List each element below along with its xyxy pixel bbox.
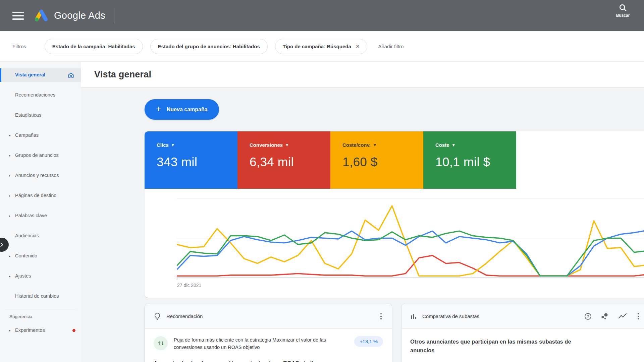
- sidebar-item-label: Experimentos: [15, 327, 45, 334]
- metric-value: 343 mil: [157, 155, 237, 169]
- metric-label: Coste/conv.: [342, 142, 371, 148]
- filter-chip-adgroup-status[interactable]: Estado del grupo de anuncios: Habilitado…: [150, 39, 268, 54]
- sidebar-item-ajustes[interactable]: ▸Ajustes: [0, 269, 81, 283]
- performance-overview-card: Clics▼343 milConversiones▼6,34 milCoste/…: [145, 131, 644, 298]
- sidebar-item-campanas[interactable]: ▸Campañas: [0, 129, 81, 142]
- expand-arrow-icon[interactable]: ▸: [9, 133, 11, 137]
- sidebar-item-label: Recomendaciones: [15, 92, 55, 99]
- recommendation-cta-text: Aumenta el valor de conversión mantenien…: [145, 351, 392, 362]
- sidebar-item-vista-general[interactable]: Vista general: [0, 68, 81, 82]
- more-options-icon[interactable]: [636, 312, 640, 321]
- expand-arrow-icon[interactable]: ▸: [9, 194, 11, 198]
- filter-chip-campaign-status[interactable]: Estado de la campaña: Habilitadas: [45, 39, 143, 54]
- sidebar-divider: [5, 310, 75, 310]
- uplift-badge: +13,1 %: [354, 336, 383, 347]
- filter-bar: Filtros Estado de la campaña: Habilitada…: [0, 31, 644, 62]
- bar-chart-icon: [410, 313, 417, 320]
- sidebar-item-label: Campañas: [15, 132, 39, 139]
- expand-arrow-icon[interactable]: ▸: [9, 274, 11, 278]
- filters-label: Filtros: [12, 44, 26, 49]
- chevron-down-icon[interactable]: ▼: [286, 143, 288, 147]
- sidebar-item-label: Audiencias: [15, 233, 39, 239]
- bid-adjust-arrows-icon: ↑↓: [154, 336, 168, 350]
- trend-line-icon[interactable]: [618, 313, 627, 320]
- notification-dot: [72, 329, 75, 332]
- recommendation-card-title: Recomendación: [166, 313, 203, 319]
- auction-card-title: Comparativa de subastas: [422, 313, 479, 319]
- product-name: Google Ads: [54, 10, 105, 21]
- home-icon: [68, 72, 74, 78]
- expand-arrow-icon[interactable]: ▸: [9, 328, 11, 333]
- sidebar-item-label: Páginas de destino: [15, 192, 56, 199]
- series-line-coste-conv-: [177, 206, 644, 276]
- recommendation-card: Recomendación ↑↓ Puja de forma más efici…: [145, 304, 392, 362]
- sidebar-item-paginas-de-destino[interactable]: ▸Páginas de destino: [0, 189, 81, 202]
- metric-tile-clics[interactable]: Clics▼343 mil: [145, 131, 237, 189]
- chevron-down-icon[interactable]: ▼: [452, 143, 455, 147]
- sidebar-item-palabras-clave[interactable]: ▸Palabras clave: [0, 209, 81, 223]
- metric-value: 6,34 mil: [250, 155, 330, 169]
- sidebar-item-label: Ajustes: [15, 273, 31, 280]
- lightbulb-icon: [154, 312, 161, 320]
- auction-card-body-text: Otros anunciantes que participan en las …: [401, 329, 589, 355]
- metric-value: 1,60 $: [342, 155, 423, 169]
- search-label: Buscar: [611, 13, 635, 18]
- new-campaign-label: Nueva campaña: [167, 107, 208, 113]
- performance-line-chart[interactable]: 27 dic 2021: [177, 192, 644, 298]
- sidebar-item-label: Contenido: [15, 253, 37, 259]
- filter-chip-campaign-type[interactable]: Tipo de campaña: Búsqueda×: [275, 39, 368, 54]
- sidebar-section-label: Sugerencia: [0, 314, 81, 319]
- topbar-divider: [114, 8, 114, 23]
- search-button[interactable]: Buscar: [611, 3, 635, 18]
- recommendation-item[interactable]: ↑↓ Puja de forma más eficiente con la es…: [145, 329, 392, 351]
- chevron-down-icon[interactable]: ▼: [374, 143, 376, 147]
- metric-tile-coste[interactable]: Coste▼10,1 mil $: [423, 131, 516, 189]
- sidebar-item-recomendaciones[interactable]: Recomendaciones: [0, 88, 81, 102]
- filter-chip-label: Estado de la campaña: Habilitadas: [52, 44, 135, 49]
- sidebar-item-label: Estadísticas: [15, 112, 41, 119]
- auction-insights-card: Comparativa de subastas ? Ot: [401, 304, 644, 362]
- auction-card-header: Comparativa de subastas ?: [401, 304, 644, 329]
- chevron-down-icon[interactable]: ▼: [172, 143, 174, 147]
- sidebar-item-experimentos[interactable]: ▸Experimentos: [0, 324, 81, 337]
- sidebar-item-label: Historial de cambios: [15, 293, 59, 300]
- sidebar-item-audiencias[interactable]: Audiencias: [0, 229, 81, 243]
- recommendation-card-header: Recomendación: [145, 304, 392, 329]
- page-title: Vista general: [94, 69, 151, 80]
- x-axis-tick-label: 27 dic 2021: [177, 283, 202, 288]
- metric-label: Clics: [157, 142, 169, 148]
- metric-label: Conversiones: [250, 142, 283, 148]
- sidebar-item-grupos-de-anuncios[interactable]: ▸Grupos de anuncios: [0, 149, 81, 162]
- help-icon[interactable]: ?: [585, 313, 591, 320]
- filter-chip-label: Estado del grupo de anuncios: Habilitado…: [158, 44, 260, 49]
- expand-arrow-icon[interactable]: ▸: [9, 154, 11, 158]
- sidebar-item-label: Palabras clave: [15, 213, 47, 219]
- filter-chip-list: Estado de la campaña: HabilitadasEstado …: [45, 39, 368, 54]
- insights-dots-icon[interactable]: [601, 312, 609, 320]
- sidebar-item-historial-de-cambios[interactable]: Historial de cambios: [0, 290, 81, 303]
- metric-label: Coste: [435, 142, 449, 148]
- expand-arrow-icon[interactable]: ▸: [9, 174, 11, 178]
- metric-tile-coste-conv-[interactable]: Coste/conv.▼1,60 $: [330, 131, 423, 189]
- sidebar-item-contenido[interactable]: ▸Contenido: [0, 249, 81, 263]
- remove-filter-icon[interactable]: ×: [356, 43, 360, 50]
- main-content: + Nueva campaña Clics▼343 milConversione…: [81, 88, 644, 362]
- metric-value: 10,1 mil $: [435, 155, 516, 169]
- filter-chip-label: Tipo de campaña: Búsqueda: [283, 44, 351, 49]
- metric-tiles: Clics▼343 milConversiones▼6,34 milCoste/…: [145, 131, 644, 189]
- expand-arrow-icon[interactable]: ▸: [9, 214, 11, 218]
- new-campaign-button[interactable]: + Nueva campaña: [145, 99, 219, 120]
- left-nav: Vista generalRecomendacionesEstadísticas…: [0, 62, 81, 362]
- top-app-bar: Google Ads Buscar: [0, 0, 644, 31]
- expand-arrow-icon[interactable]: ▸: [9, 254, 11, 258]
- metric-tile-conversiones[interactable]: Conversiones▼6,34 mil: [237, 131, 330, 189]
- google-ads-logo-icon: [33, 9, 49, 23]
- sidebar-item-anuncios-y-recursos[interactable]: ▸Anuncios y recursos: [0, 169, 81, 182]
- more-options-icon[interactable]: [379, 312, 383, 321]
- add-filter-button[interactable]: Añadir filtro: [378, 44, 404, 49]
- menu-icon[interactable]: [12, 12, 24, 20]
- sidebar-item-label: Grupos de anuncios: [15, 152, 59, 159]
- sidebar-item-estadisticas[interactable]: Estadísticas: [0, 109, 81, 122]
- plus-icon: +: [156, 105, 161, 114]
- sidebar-item-label: Vista general: [15, 72, 45, 78]
